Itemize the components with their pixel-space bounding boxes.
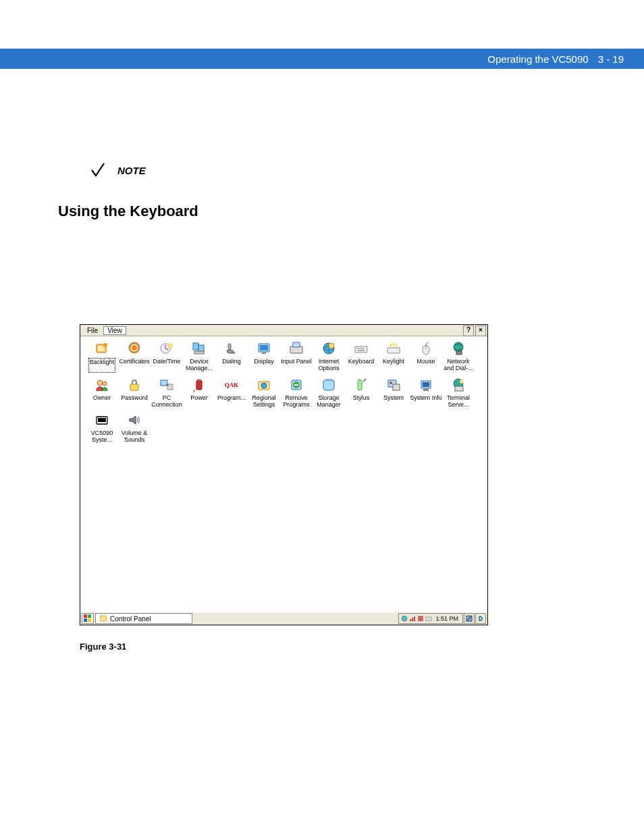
system-tray[interactable]: 1:51 PM: [398, 613, 463, 624]
cpl-icon-program[interactable]: QAKProgram...: [215, 377, 248, 408]
svg-rect-65: [425, 617, 432, 621]
svg-rect-57: [88, 619, 91, 622]
cpl-icon-inet[interactable]: Internet Options: [313, 340, 345, 373]
power-icon: [191, 377, 207, 393]
input-icon: [288, 340, 304, 357]
cpl-label: Certificates: [119, 358, 149, 371]
svg-rect-21: [358, 348, 360, 349]
cpl-icon-network[interactable]: Network and Dial-...: [442, 340, 475, 373]
cpl-label: Network and Dial-...: [442, 358, 475, 371]
remove-icon: [288, 377, 304, 393]
svg-rect-11: [228, 344, 231, 349]
password-icon: [126, 377, 142, 393]
svg-point-51: [460, 380, 464, 384]
cpl-label: PC Connection: [151, 394, 183, 408]
cpl-icon-regional[interactable]: Regional Settings: [248, 377, 280, 408]
cpl-label: System: [383, 394, 404, 408]
svg-point-7: [167, 343, 173, 348]
sip-button[interactable]: [475, 613, 486, 624]
close-button[interactable]: ×: [475, 325, 486, 336]
regional-icon: [256, 377, 272, 393]
cpl-icon-terminal[interactable]: Terminal Serve...: [442, 377, 475, 408]
device-icon: [191, 340, 207, 357]
cpl-icon-remove[interactable]: Remove Programs: [280, 377, 313, 408]
backlight-icon: [94, 340, 110, 357]
tray-network-icon: [401, 615, 408, 622]
svg-rect-54: [84, 615, 87, 618]
icon-area: BacklightCertificatesDate/TimeDevice Man…: [80, 336, 487, 612]
note-block: NOTE: [89, 162, 146, 178]
header-page-number: 3 - 19: [598, 53, 624, 65]
tray-app-icon: [417, 615, 424, 622]
svg-point-2: [103, 343, 107, 347]
svg-rect-10: [194, 351, 204, 354]
svg-rect-62: [412, 618, 413, 621]
svg-rect-25: [387, 348, 400, 353]
cpl-icon-display[interactable]: Display: [248, 340, 280, 373]
cpl-label: Display: [254, 358, 274, 371]
svg-rect-14: [262, 353, 266, 354]
svg-rect-48: [423, 389, 429, 391]
checkmark-icon: [89, 162, 105, 178]
cpl-icon-keylight[interactable]: Keylight: [377, 340, 410, 373]
menu-view[interactable]: View: [103, 326, 126, 335]
cpl-label: Input Panel: [281, 358, 312, 371]
cpl-icon-password[interactable]: Password: [118, 377, 151, 408]
start-button[interactable]: [82, 613, 94, 624]
svg-rect-19: [355, 346, 367, 353]
svg-point-29: [97, 380, 103, 386]
cpl-label: Internet Options: [313, 358, 345, 371]
volume-icon: [126, 412, 142, 428]
svg-rect-64: [418, 616, 423, 621]
cpl-icon-system[interactable]: System: [377, 377, 410, 408]
cpl-icon-pcconn[interactable]: PC Connection: [151, 377, 183, 408]
cpl-label: Stylus: [353, 394, 370, 408]
svg-rect-31: [130, 384, 138, 390]
svg-rect-28: [456, 351, 462, 355]
inet-icon: [321, 340, 337, 357]
svg-rect-13: [260, 345, 268, 350]
cpl-icon-datetime[interactable]: Date/Time: [151, 340, 183, 373]
menu-bar: File View ? ×: [80, 325, 487, 336]
cpl-icon-keyboard[interactable]: Keyboard: [345, 340, 377, 373]
cpl-label: Remove Programs: [280, 394, 313, 408]
cpl-icon-power[interactable]: Power: [183, 377, 215, 408]
cpl-icon-stylus[interactable]: Stylus: [345, 377, 377, 408]
svg-point-38: [261, 383, 267, 388]
tray-signal-icon: [409, 615, 416, 622]
cpl-icon-input[interactable]: Input Panel: [280, 340, 313, 373]
cpl-icon-device[interactable]: Device Manage...: [183, 340, 215, 373]
cpl-label: Terminal Serve...: [442, 394, 475, 408]
svg-rect-53: [98, 418, 106, 422]
cpl-icon-dialing[interactable]: Dialing: [215, 340, 248, 373]
cpl-label: VC5090 Syste...: [86, 429, 118, 443]
menu-file[interactable]: File: [83, 327, 102, 334]
header-title: Operating the VC5090: [487, 53, 588, 65]
svg-point-5: [132, 345, 137, 350]
cpl-icon-owner[interactable]: Owner: [86, 377, 118, 408]
vc5090-icon: [94, 412, 110, 428]
cpl-icon-cert[interactable]: Certificates: [118, 340, 151, 373]
help-button[interactable]: ?: [463, 325, 474, 336]
network-icon: [450, 340, 466, 357]
section-heading: Using the Keyboard: [58, 203, 198, 220]
cpl-icon-volume[interactable]: Volume & Sounds: [118, 412, 151, 443]
svg-rect-36: [200, 379, 201, 381]
svg-point-45: [390, 382, 392, 384]
cpl-icon-vc5090[interactable]: VC5090 Syste...: [86, 412, 118, 443]
svg-rect-16: [293, 342, 300, 347]
cpl-icon-mouse[interactable]: Mouse: [410, 340, 442, 373]
cpl-icon-storage[interactable]: Storage Manager: [313, 377, 345, 408]
cpl-label: Owner: [93, 394, 111, 408]
cpl-icon-backlight[interactable]: Backlight: [86, 340, 118, 373]
cpl-label: Regional Settings: [248, 394, 280, 408]
show-desktop-button[interactable]: [464, 613, 475, 624]
svg-rect-55: [88, 615, 91, 618]
taskbar-clock: 1:51 PM: [435, 615, 458, 622]
cert-icon: [126, 340, 142, 357]
cpl-icon-sysinfo[interactable]: System Info: [410, 377, 442, 408]
svg-rect-8: [193, 343, 198, 350]
taskbar-task-label: Control Panel: [110, 615, 151, 623]
taskbar-task-control-panel[interactable]: Control Panel: [95, 613, 192, 624]
system-icon: [385, 377, 402, 393]
